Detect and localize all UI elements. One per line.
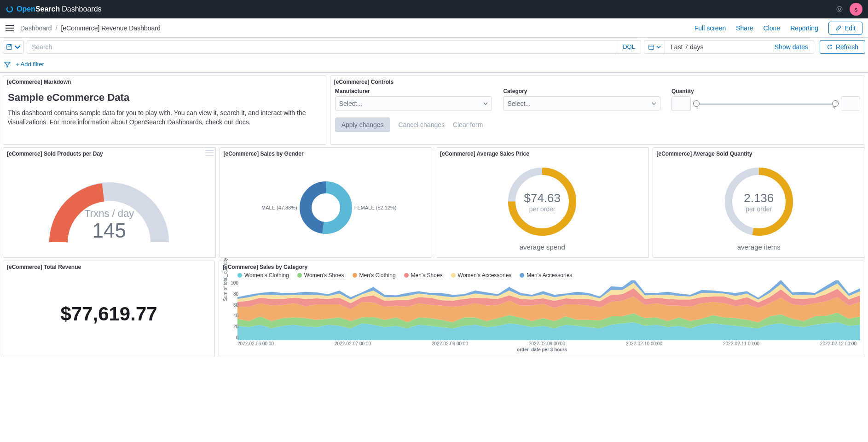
donut-chart xyxy=(298,180,353,235)
query-bar: DQL Last 7 days Show dates Refresh xyxy=(0,38,868,56)
quantity-label: Quantity xyxy=(671,88,860,94)
brand-open: Open xyxy=(17,5,35,13)
panel-markdown: [eCommerce] Markdown Sample eCommerce Da… xyxy=(3,76,326,145)
brand-search: Search xyxy=(35,5,60,13)
svg-rect-3 xyxy=(7,44,12,49)
select-placeholder: Select... xyxy=(339,100,363,107)
brand-dash: Dashboards xyxy=(62,5,101,13)
opensearch-logo-icon xyxy=(6,5,14,13)
share-button[interactable]: Share xyxy=(736,24,753,32)
panel-avg-qty: [eCommerce] Average Sold Quantity 2.136 … xyxy=(653,147,866,258)
markdown-paragraph: This dashboard contains sample data for … xyxy=(8,108,321,127)
docs-link[interactable]: docs xyxy=(235,118,249,126)
svg-point-1 xyxy=(837,6,842,12)
help-icon[interactable] xyxy=(836,6,843,13)
calendar-icon xyxy=(648,44,654,50)
legend-item[interactable]: Women's Accessories xyxy=(451,272,512,279)
chevron-down-icon xyxy=(14,44,21,50)
cancel-changes-button[interactable]: Cancel changes xyxy=(399,121,445,128)
show-dates-button[interactable]: Show dates xyxy=(769,41,814,53)
goal-value: 2.136 xyxy=(744,191,774,205)
svg-rect-4 xyxy=(8,44,10,46)
y-axis-label: Sum of total_quantity xyxy=(223,258,228,301)
slider-handle-min[interactable] xyxy=(693,100,700,107)
slider-handle-max[interactable] xyxy=(832,100,839,107)
quick-date-button[interactable] xyxy=(644,41,665,53)
total-revenue-value: $77,619.77 xyxy=(3,271,214,357)
panel-title: [eCommerce] Average Sold Quantity xyxy=(653,148,865,158)
panel-sales-by-category: [eCommerce] Sales by Category Women's Cl… xyxy=(219,261,865,357)
chevron-down-icon xyxy=(656,45,661,49)
panel-title: [eCommerce] Sold Products per Day xyxy=(3,148,215,158)
legend-item[interactable]: Women's Shoes xyxy=(297,272,344,279)
svg-point-2 xyxy=(838,8,840,10)
pencil-icon xyxy=(835,25,842,31)
panel-sold-per-day: [eCommerce] Sold Products per Day Trxns … xyxy=(3,147,216,258)
user-avatar[interactable]: s xyxy=(850,3,862,16)
breadcrumb-separator: / xyxy=(56,24,58,32)
fullscreen-button[interactable]: Full screen xyxy=(694,24,726,32)
breadcrumb-current: [eCommerce] Revenue Dashboard xyxy=(61,24,160,32)
panel-title: [eCommerce] Sales by Gender xyxy=(220,148,432,158)
panel-controls: [eCommerce] Controls Manufacturer Select… xyxy=(330,76,865,145)
gauge-value: 145 xyxy=(84,221,134,241)
y-ticks: 020406080100 xyxy=(230,280,238,340)
panel-options-icon[interactable] xyxy=(205,150,214,156)
refresh-label: Refresh xyxy=(836,43,858,51)
disk-icon xyxy=(6,44,12,50)
breadcrumb: Dashboard / [eCommerce] Revenue Dashboar… xyxy=(20,24,161,32)
date-range-text[interactable]: Last 7 days xyxy=(665,41,769,53)
goal-sub: per order xyxy=(524,205,561,212)
search-input[interactable] xyxy=(27,43,617,51)
apply-changes-button[interactable]: Apply changes xyxy=(335,117,390,132)
x-ticks: 2022-02-06 00:002022-02-07 00:002022-02-… xyxy=(224,340,860,346)
dql-toggle[interactable]: DQL xyxy=(617,41,641,53)
goal-caption: average items xyxy=(737,243,781,251)
reporting-button[interactable]: Reporting xyxy=(790,24,818,32)
saved-query-button[interactable] xyxy=(3,40,24,54)
filter-bar: + Add filter xyxy=(0,56,868,73)
legend-item[interactable]: Men's Clothing xyxy=(353,272,396,279)
svg-point-0 xyxy=(7,6,12,12)
slider-min-input[interactable] xyxy=(671,96,691,111)
panel-sales-by-gender: [eCommerce] Sales by Gender MALE (47.88%… xyxy=(220,147,433,258)
panel-title: [eCommerce] Total Revenue xyxy=(3,261,214,271)
goal-value: $74.63 xyxy=(524,191,561,205)
gauge-label: Trxns / day xyxy=(84,208,134,220)
select-placeholder: Select... xyxy=(507,100,531,107)
app-bar: Dashboard / [eCommerce] Revenue Dashboar… xyxy=(0,18,868,38)
brand-logo[interactable]: OpenSearchDashboards xyxy=(6,5,102,13)
nav-toggle-icon[interactable] xyxy=(6,25,14,31)
refresh-icon xyxy=(827,44,833,50)
manufacturer-label: Manufacturer xyxy=(335,88,492,94)
donut-female-label: FEMALE (52.12%) xyxy=(354,205,397,210)
goal-sub: per order xyxy=(744,205,774,212)
manufacturer-select[interactable]: Select... xyxy=(335,96,492,111)
clone-button[interactable]: Clone xyxy=(764,24,781,32)
panel-title: [eCommerce] Controls xyxy=(330,76,865,86)
filter-icon[interactable] xyxy=(4,61,11,68)
svg-rect-5 xyxy=(649,45,654,49)
breadcrumb-parent[interactable]: Dashboard xyxy=(20,24,52,32)
donut-male-label: MALE (47.88%) xyxy=(261,205,297,210)
edit-button[interactable]: Edit xyxy=(828,22,862,35)
avatar-initial: s xyxy=(855,6,858,13)
quantity-slider[interactable]: 1 4 xyxy=(671,96,860,111)
category-label: Category xyxy=(503,88,660,94)
clear-form-button[interactable]: Clear form xyxy=(453,121,483,128)
search-box: DQL xyxy=(27,40,641,54)
legend-item[interactable]: Men's Shoes xyxy=(404,272,443,279)
slider-max-input[interactable] xyxy=(841,96,860,111)
legend-item[interactable]: Men's Accessories xyxy=(520,272,572,279)
global-header: OpenSearchDashboards s xyxy=(0,0,868,18)
markdown-heading: Sample eCommerce Data xyxy=(8,92,321,104)
chart-legend: Women's Clothing Women's Shoes Men's Clo… xyxy=(224,271,860,280)
markdown-text: This dashboard contains sample data for … xyxy=(8,109,306,126)
refresh-button[interactable]: Refresh xyxy=(820,40,865,54)
add-filter-button[interactable]: + Add filter xyxy=(16,61,44,68)
stacked-area-chart xyxy=(237,280,860,340)
goal-caption: average spend xyxy=(520,243,565,251)
category-select[interactable]: Select... xyxy=(503,96,660,111)
markdown-period: . xyxy=(249,118,251,126)
legend-item[interactable]: Women's Clothing xyxy=(237,272,289,279)
